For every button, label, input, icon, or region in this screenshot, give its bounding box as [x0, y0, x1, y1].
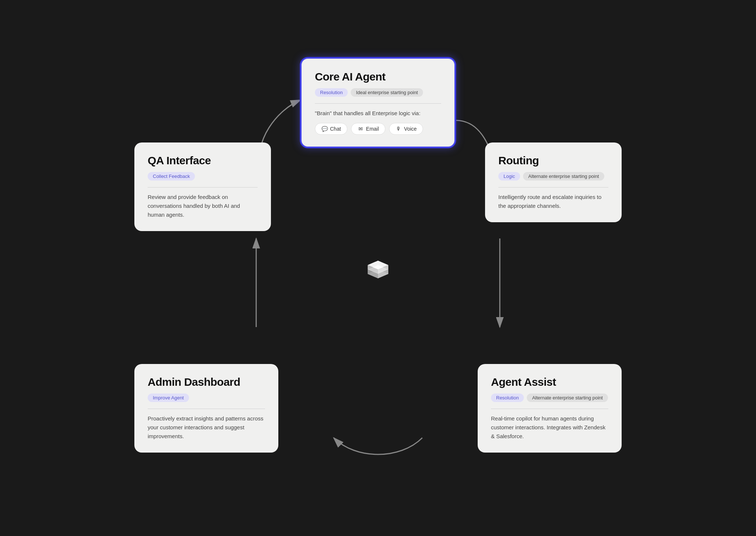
agent-assist-badge-enterprise: Alternate enterprise starting point	[527, 394, 608, 402]
qa-description: Review and provide feedback on conversat…	[148, 193, 258, 219]
voice-icon: 🎙	[395, 126, 402, 132]
qa-interface-title: QA Interface	[148, 154, 258, 167]
qa-badges: Collect Feedback	[148, 172, 258, 181]
routing-description: Intelligently route and escalate inquiri…	[498, 193, 608, 210]
admin-badge-improve: Improve Agent	[148, 394, 189, 402]
routing-badge-logic: Logic	[498, 172, 520, 181]
email-icon: ✉	[357, 126, 364, 132]
core-ai-agent-card: Core AI Agent Resolution Ideal enterpris…	[300, 58, 456, 148]
chat-channel[interactable]: 💬 Chat	[315, 123, 347, 135]
email-label: Email	[366, 126, 379, 132]
agent-assist-card: Agent Assist Resolution Alternate enterp…	[478, 364, 622, 453]
core-ai-agent-title: Core AI Agent	[315, 71, 441, 83]
diagram-container: Core AI Agent Resolution Ideal enterpris…	[120, 47, 636, 489]
routing-title: Routing	[498, 154, 608, 167]
email-channel[interactable]: ✉ Email	[351, 123, 385, 135]
admin-badges: Improve Agent	[148, 394, 265, 402]
core-badge-resolution: Resolution	[315, 88, 348, 97]
voice-label: Voice	[404, 126, 417, 132]
routing-badge-enterprise: Alternate enterprise starting point	[523, 172, 604, 181]
qa-badge-feedback: Collect Feedback	[148, 172, 195, 181]
agent-assist-badges: Resolution Alternate enterprise starting…	[491, 394, 608, 402]
routing-badges: Logic Alternate enterprise starting poin…	[498, 172, 608, 181]
core-badges: Resolution Ideal enterprise starting poi…	[315, 88, 441, 97]
admin-dashboard-card: Admin Dashboard Improve Agent Proactivel…	[134, 364, 278, 453]
voice-channel[interactable]: 🎙 Voice	[389, 123, 423, 135]
admin-dashboard-title: Admin Dashboard	[148, 376, 265, 388]
chat-icon: 💬	[321, 126, 328, 132]
center-logo	[361, 251, 395, 285]
qa-interface-card: QA Interface Collect Feedback Review and…	[134, 142, 271, 231]
admin-description: Proactively extract insights and pattern…	[148, 414, 265, 441]
agent-assist-title: Agent Assist	[491, 376, 608, 388]
core-badge-enterprise: Ideal enterprise starting point	[351, 88, 423, 97]
channel-icons: 💬 Chat ✉ Email 🎙 Voice	[315, 123, 441, 135]
agent-assist-description: Real-time copilot for human agents durin…	[491, 414, 608, 441]
agent-assist-badge-resolution: Resolution	[491, 394, 524, 402]
routing-card: Routing Logic Alternate enterprise start…	[485, 142, 622, 222]
core-description: "Brain" that handles all Enterprise logi…	[315, 109, 441, 118]
chat-label: Chat	[330, 126, 341, 132]
